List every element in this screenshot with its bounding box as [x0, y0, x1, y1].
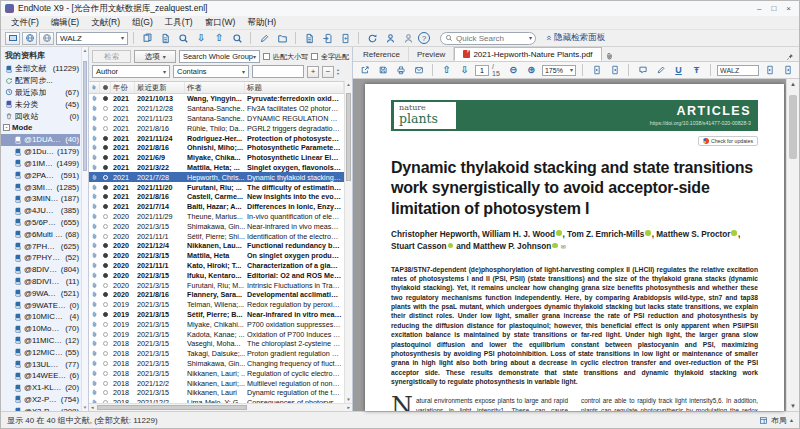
column-attachment[interactable]	[89, 82, 100, 93]
reference-row[interactable]: 2021 2021/3/22 Mattila, Heta; ... Single…	[89, 163, 344, 173]
reference-row[interactable]: 2018 2021/3/15 Nikkanen, Lauri; ... Regu…	[89, 368, 344, 378]
reference-row[interactable]: 2021 2021/8/16 Rühle, Thilo; Da... PGRL2…	[89, 123, 344, 133]
menu-item[interactable]: 编辑(E)	[45, 17, 85, 29]
list-vertical-scrollbar[interactable]: ▲ ▼	[344, 81, 352, 403]
scrollbar-thumb[interactable]	[789, 95, 797, 159]
email-pdf-button[interactable]	[411, 63, 426, 77]
scroll-up-icon[interactable]: ▲	[345, 82, 352, 87]
local-library-mode-button[interactable]	[5, 32, 20, 45]
print-pdf-button[interactable]	[393, 63, 408, 77]
zoom-out-button[interactable]: ⊖	[506, 63, 521, 77]
tab-pdf[interactable]: 2021-Hepworth-Nature Plants.pdf	[454, 47, 601, 61]
tab-preview[interactable]: Preview	[409, 47, 454, 61]
sync-library-button[interactable]	[364, 31, 380, 45]
scrollbar-thumb[interactable]	[83, 61, 87, 171]
menu-item[interactable]: 组(G)	[126, 17, 159, 29]
search-field-select[interactable]: Author ▾	[92, 65, 170, 78]
scrollbar-thumb[interactable]	[346, 93, 351, 181]
sidebar-group-item[interactable]: @1IMA... (1499)	[1, 158, 80, 170]
reference-row[interactable]: 2020 2021/11/29 Theune, Marius... In-viv…	[89, 212, 344, 222]
find-fulltext-button[interactable]	[229, 31, 245, 45]
pdf-search-input[interactable]	[717, 65, 759, 76]
sidebar-group-item[interactable]: @1Dual... (1179)	[1, 146, 80, 158]
sidebar-group-item[interactable]: @13ULM-5... (77)	[1, 358, 80, 370]
sidebar-group-item[interactable]: @9WATE... (521)	[1, 287, 80, 299]
reference-row[interactable]: 2021 2021/10/13 Wang, Yingyin... Pyruvat…	[89, 94, 344, 104]
sidebar-group-item[interactable]: @8DIVING... (11)	[1, 276, 80, 288]
scroll-down-icon[interactable]: ▼	[787, 403, 799, 409]
previous-page-button[interactable]: ⇧	[439, 63, 454, 77]
reference-row[interactable]: 2020 2021/12/4 Nikkanen, Lau... Function…	[89, 241, 344, 251]
go-to-word-button[interactable]	[337, 31, 353, 45]
previous-view-button[interactable]	[589, 63, 604, 77]
tab-reference[interactable]: Reference	[355, 47, 409, 61]
reference-row[interactable]: 2020 2021/8/16 Flannery, Sara... Develop…	[89, 290, 344, 300]
sidebar-group-item[interactable]: @3MINI ... (187)	[1, 193, 80, 205]
pin-panel-button[interactable]	[786, 53, 794, 61]
reference-row[interactable]: 2020 2021/3/15 Ifuku, Kentaro... Editori…	[89, 270, 344, 280]
insert-citation-button[interactable]	[301, 31, 317, 45]
reference-row[interactable]: 2018 2021/12/2 Nikkanen, Lauri;... Multi…	[89, 378, 344, 388]
scroll-up-icon[interactable]: ▲	[82, 48, 88, 53]
sidebar-group-item[interactable]: @4JUNCL... (385)	[1, 205, 80, 217]
sidebar-group-item[interactable]: @1DUAL-... (40)	[1, 134, 80, 146]
sidebar-item-trash[interactable]: 回收站 (0)	[1, 110, 80, 122]
corresponding-author-email-icon[interactable]: ✉	[561, 244, 566, 250]
search-term-input[interactable]	[252, 65, 304, 78]
sidebar-item-configure-sync[interactable]: 配置同步...	[1, 75, 80, 87]
reference-row[interactable]: 2021 2021/7/28 Hepworth, Chris... Dynami…	[89, 172, 344, 182]
online-search-mode-button[interactable]	[22, 32, 37, 45]
orcid-icon[interactable]	[448, 243, 454, 249]
reference-row[interactable]: 2021 2021/8/16 Castell, Carme... New ins…	[89, 192, 344, 202]
zoom-in-button[interactable]: ⊕	[524, 63, 539, 77]
layout-button[interactable]: 布局 ▴	[759, 415, 793, 426]
column-last-updated[interactable]: 最近更新	[135, 82, 185, 93]
import-button[interactable]: ⇩	[193, 31, 209, 45]
collapse-icon[interactable]: -	[3, 124, 10, 131]
strikethrough-button[interactable]: Ŧ	[689, 63, 704, 77]
integrated-mode-button[interactable]	[39, 32, 54, 45]
quick-search-input[interactable]	[456, 34, 526, 43]
find-next-button[interactable]	[780, 63, 795, 77]
scroll-down-icon[interactable]: ▼	[345, 397, 352, 402]
search-button[interactable]: 检索	[92, 50, 131, 63]
add-search-row-button[interactable]: +	[307, 66, 319, 78]
find-previous-button[interactable]	[762, 63, 777, 77]
maximize-button[interactable]: □	[771, 4, 776, 13]
copy-to-local-library-button[interactable]	[139, 31, 155, 45]
scroll-down-icon[interactable]: ▼	[82, 405, 88, 410]
match-words-checkbox[interactable]	[311, 53, 318, 60]
help-button[interactable]: ?	[418, 32, 430, 44]
sidebar-group-item[interactable]: @3MINI... (1285)	[1, 181, 80, 193]
zoom-level-select[interactable]: 175% ▾	[542, 65, 576, 76]
sidebar-group-item[interactable]: @X2-PA... (754)	[1, 394, 80, 406]
sidebar-group-item[interactable]: @8DIVIN... (804)	[1, 264, 80, 276]
menu-item[interactable]: 窗口(W)	[199, 17, 242, 29]
group-set-mode[interactable]: - Mode	[1, 122, 80, 134]
sidebar-group-item[interactable]: @5/6Ph X... (655)	[1, 217, 80, 229]
reference-row[interactable]: 2021 2021/11/23 Santana-Sanche... DYNAMI…	[89, 114, 344, 124]
sidebar-group-item[interactable]: @X1-KLAS... (20)	[1, 382, 80, 394]
orcid-icon[interactable]	[552, 243, 558, 249]
open-file-button[interactable]	[274, 31, 290, 45]
list-horizontal-scrollbar[interactable]: ◄ ►	[89, 403, 352, 411]
reference-row[interactable]: 2018 2021/3/15 Nikkanen, Lauri Dynamic r…	[89, 388, 344, 398]
orcid-icon[interactable]	[731, 230, 737, 236]
activity-feed-button[interactable]	[400, 31, 416, 45]
doi-link[interactable]: https://doi.org/10.1038/s41477-020-00828…	[456, 120, 751, 126]
reference-row[interactable]: 2020 2021/11/1 Sétif, Pierre; Shi... Ide…	[89, 231, 344, 241]
search-scope-select[interactable]: Search Whole Group ▾	[179, 50, 260, 63]
scroll-right-icon[interactable]: ►	[346, 404, 352, 411]
spin-down-icon[interactable]: ▾	[337, 72, 339, 76]
scroll-left-icon[interactable]: ◄	[89, 404, 95, 411]
page-number-input[interactable]	[475, 65, 489, 76]
sidebar-group-item[interactable]: @10Monit... (70)	[1, 323, 80, 335]
reference-row[interactable]: 2020 2021/3/15 Shimakawa, Gin... Near-in…	[89, 221, 344, 231]
sidebar-group-item[interactable]: @6Multi c... (68)	[1, 228, 80, 240]
check-for-updates-badge[interactable]: Check for updates	[698, 136, 758, 146]
sidebar-item-recently-added[interactable]: 最近添加 (67)	[1, 87, 80, 99]
reference-row[interactable]: 2021 2021/8/16 Ohnishi, Miho;... Photosy…	[89, 143, 344, 153]
search-row-spinner[interactable]: ▴ ▾	[337, 68, 339, 76]
new-reference-button[interactable]	[157, 31, 173, 45]
highlight-button[interactable]	[653, 63, 668, 77]
